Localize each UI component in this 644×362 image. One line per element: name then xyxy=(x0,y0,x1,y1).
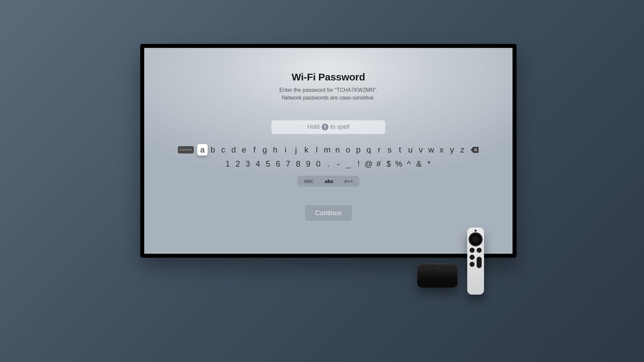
apple-tv-device: tv xyxy=(417,263,458,288)
remote-volume-rocker xyxy=(477,257,482,268)
mode-lowercase[interactable]: abc xyxy=(320,177,339,186)
remote-mute-button xyxy=(470,262,475,267)
key-$[interactable]: $ xyxy=(384,158,394,170)
remote-play-button xyxy=(470,255,475,260)
key-b[interactable]: b xyxy=(208,144,218,156)
key-#[interactable]: # xyxy=(374,158,384,170)
key-![interactable]: ! xyxy=(354,158,364,170)
key-r[interactable]: r xyxy=(374,144,384,156)
tv-screen: Wi-Fi Password Enter the password for “T… xyxy=(144,48,513,254)
page-title: Wi-Fi Password xyxy=(292,71,365,83)
key-@[interactable]: @ xyxy=(364,158,374,170)
key-a[interactable]: a xyxy=(197,144,208,156)
key-l[interactable]: l xyxy=(312,144,322,156)
key-j[interactable]: j xyxy=(291,144,301,156)
subtitle-line-2: Network passwords are case-sensitive. xyxy=(282,95,375,101)
continue-button[interactable]: Continue xyxy=(305,205,352,221)
key-h[interactable]: h xyxy=(270,144,280,156)
key-^[interactable]: ^ xyxy=(404,158,414,170)
mode-symbols[interactable]: #+= xyxy=(339,177,358,186)
key-i[interactable]: i xyxy=(280,144,291,156)
key-y[interactable]: y xyxy=(447,144,457,156)
key-f[interactable]: f xyxy=(249,144,260,156)
key-u[interactable]: u xyxy=(405,144,416,156)
remote-clickpad xyxy=(469,233,482,246)
key-p[interactable]: p xyxy=(353,144,364,156)
key-q[interactable]: q xyxy=(364,144,374,156)
key-6[interactable]: 6 xyxy=(273,158,283,170)
key-4[interactable]: 4 xyxy=(253,158,263,170)
hint-right: to spell xyxy=(330,123,350,130)
backspace-key[interactable] xyxy=(470,146,479,153)
key-z[interactable]: z xyxy=(457,144,468,156)
key-k[interactable]: k xyxy=(301,144,312,156)
key-5[interactable]: 5 xyxy=(263,158,273,170)
page-subtitle: Enter the password for “TCHA7KW2MN”. Net… xyxy=(279,86,378,102)
backspace-icon xyxy=(471,147,479,153)
key-0[interactable]: 0 xyxy=(313,158,323,170)
subtitle-line-1: Enter the password for “TCHA7KW2MN”. xyxy=(279,87,378,93)
keyboard-mode-group: ABC abc #+= xyxy=(298,176,360,187)
apple-tv-remote xyxy=(467,228,484,295)
key-%[interactable]: % xyxy=(394,158,404,170)
key-2[interactable]: 2 xyxy=(233,158,243,170)
key-*[interactable]: * xyxy=(424,158,434,170)
password-input[interactable]: Hold to spell xyxy=(271,120,385,134)
key-.[interactable]: . xyxy=(323,158,333,170)
hint-left: Hold xyxy=(307,123,320,130)
key-3[interactable]: 3 xyxy=(243,158,253,170)
key-d[interactable]: d xyxy=(228,144,239,156)
remote-back-button xyxy=(470,248,475,253)
key-9[interactable]: 9 xyxy=(303,158,313,170)
key-8[interactable]: 8 xyxy=(293,158,303,170)
microphone-icon xyxy=(322,124,328,130)
mode-uppercase[interactable]: ABC xyxy=(299,177,320,186)
remote-power-button xyxy=(475,230,477,232)
key-t[interactable]: t xyxy=(395,144,405,156)
key-7[interactable]: 7 xyxy=(283,158,293,170)
key-v[interactable]: v xyxy=(416,144,426,156)
remote-tv-button xyxy=(477,248,482,253)
keyboard-letter-row: RAZMAKNICA abcdefghijklmnopqrstuvwxyz xyxy=(144,144,513,156)
key-_[interactable]: _ xyxy=(343,158,354,170)
key-g[interactable]: g xyxy=(260,144,270,156)
keyboard-numsym-row: 1234567890.-_!@#$%^&* xyxy=(144,158,513,170)
key-n[interactable]: n xyxy=(332,144,343,156)
key-m[interactable]: m xyxy=(322,144,332,156)
tv-frame: Wi-Fi Password Enter the password for “T… xyxy=(140,44,517,258)
key--[interactable]: - xyxy=(333,158,343,170)
key-1[interactable]: 1 xyxy=(223,158,233,170)
key-c[interactable]: c xyxy=(218,144,228,156)
key-e[interactable]: e xyxy=(239,144,249,156)
product-scene: Wi-Fi Password Enter the password for “T… xyxy=(78,44,566,318)
spacebar-key[interactable]: RAZMAKNICA xyxy=(178,146,194,154)
key-o[interactable]: o xyxy=(343,144,353,156)
key-w[interactable]: w xyxy=(426,144,436,156)
key-s[interactable]: s xyxy=(384,144,395,156)
key-&[interactable]: & xyxy=(414,158,424,170)
key-x[interactable]: x xyxy=(436,144,447,156)
